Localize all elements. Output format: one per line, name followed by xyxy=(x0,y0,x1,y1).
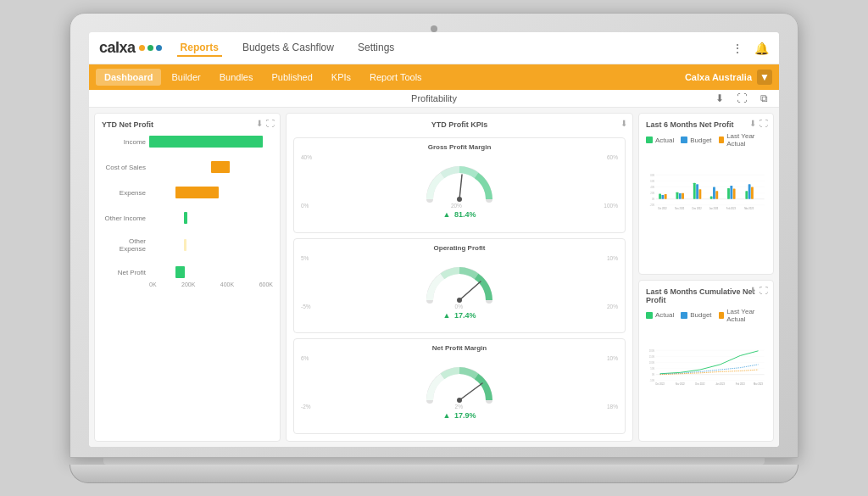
subnav-bundles[interactable]: Bundles xyxy=(211,69,262,86)
app-window: calxa Reports Budgets & Cashflow Setting… xyxy=(89,32,779,446)
kpi-op-label-20: 20% xyxy=(607,304,618,309)
kpi-net-margin-gauge xyxy=(301,363,618,404)
kpi-download-icon[interactable]: ⬇ xyxy=(620,119,627,128)
cumulative-download-icon[interactable]: ⬇ xyxy=(749,286,756,295)
svg-line-40 xyxy=(459,383,482,400)
cumulative-expand-icon[interactable]: ⛶ xyxy=(760,286,768,295)
ytd-bar-chart: Income Cost of Sales xyxy=(102,136,273,287)
cumulative-title: Last 6 Months Cumulative Net Profit xyxy=(646,287,766,304)
legend-label-budget: Budget xyxy=(690,137,711,144)
org-dropdown-icon[interactable]: ▼ xyxy=(757,70,772,85)
svg-line-38 xyxy=(459,281,481,300)
logo-dot-1 xyxy=(139,45,145,51)
bar-track-cos xyxy=(149,161,273,173)
svg-text:40K: 40K xyxy=(650,186,654,189)
kpi-operating-gauge xyxy=(301,263,618,304)
kpi-net-margin-arrow: ▲ xyxy=(443,411,451,420)
cum-legend-dot-actual xyxy=(646,312,653,319)
x-axis: 0K 200K 400K 600K xyxy=(102,281,273,287)
subnav-kpis[interactable]: KPIs xyxy=(323,69,359,86)
kpi-gross-arrow: ▲ xyxy=(443,210,451,219)
ytd-widget-actions: ⬇ ⛶ xyxy=(256,119,275,128)
kpi-op-label-5: 5% xyxy=(301,255,309,261)
subnav-report-tools[interactable]: Report Tools xyxy=(361,69,431,86)
logo-text: calxa xyxy=(99,39,136,57)
cum-legend-label-budget: Budget xyxy=(690,311,711,319)
screen: calxa Reports Budgets & Cashflow Setting… xyxy=(89,32,779,446)
svg-text:Nov 2022: Nov 2022 xyxy=(676,382,686,386)
svg-rect-29 xyxy=(751,187,754,199)
legend-label-actual: Actual xyxy=(655,137,674,144)
kpi-net-margin-title: Net Profit Margin xyxy=(301,344,618,352)
laptop-hinge xyxy=(103,458,765,465)
cumulative-chart-svg: 200K 150K 100K 50K 0K -50K xyxy=(646,326,766,407)
x-label-0: 0K xyxy=(149,281,157,287)
nav-budgets[interactable]: Budgets & Cashflow xyxy=(239,40,337,57)
net-profit-legend: Actual Budget Last Year Actual xyxy=(646,132,766,148)
subnav-builder[interactable]: Builder xyxy=(163,69,209,86)
bar-fill-expense xyxy=(175,187,219,198)
bar-row-income: Income xyxy=(102,136,273,148)
svg-rect-27 xyxy=(745,192,748,199)
bar-track-other-expense xyxy=(149,239,273,251)
bar-fill-net-profit xyxy=(175,266,186,278)
legend-last-year: Last Year Actual xyxy=(719,132,766,148)
kpi-widget-title: YTD Profit KPIs xyxy=(293,120,626,129)
bar-track-other-income xyxy=(149,212,273,224)
cumulative-widget: Last 6 Months Cumulative Net Profit ⬇ ⛶ … xyxy=(638,280,774,442)
svg-rect-19 xyxy=(696,185,698,200)
bar-fill-cos xyxy=(211,161,230,173)
copy-report-icon[interactable]: ⧉ xyxy=(755,90,772,107)
kpi-npm-label-10: 10% xyxy=(607,355,618,361)
net-profit-6months-widget: Last 6 Months Net Profit ⬇ ⛶ Actual xyxy=(638,113,774,275)
gauge-svg-gross xyxy=(421,162,498,203)
svg-rect-13 xyxy=(661,195,664,199)
svg-rect-21 xyxy=(710,197,713,199)
cum-legend-budget: Budget xyxy=(681,308,711,323)
svg-rect-16 xyxy=(679,193,682,199)
subnav-published[interactable]: Published xyxy=(263,69,320,86)
bar-label-net-profit: Net Profit xyxy=(102,269,146,276)
kpi-gross-profit-card: Gross Profit Margin 40% 60% xyxy=(293,137,626,232)
subnav-dashboard[interactable]: Dashboard xyxy=(96,69,161,86)
kpi-net-margin-number: 17.9% xyxy=(454,411,476,420)
svg-rect-28 xyxy=(748,185,751,200)
nav-reports[interactable]: Reports xyxy=(177,40,222,57)
kpi-op-label-10: 10% xyxy=(607,255,618,261)
kpi-op-label-neg5: -5% xyxy=(301,304,311,309)
more-icon[interactable]: ⋮ xyxy=(730,41,745,56)
legend-dot-last-year xyxy=(719,137,725,143)
svg-rect-15 xyxy=(676,192,679,199)
svg-text:Dec 2022: Dec 2022 xyxy=(693,207,703,210)
download-report-icon[interactable]: ⬇ xyxy=(711,90,728,107)
bar-label-cos: Cost of Sales xyxy=(102,164,146,171)
sub-nav-right: Calxa Australia ▼ xyxy=(685,70,772,85)
net-profit-download-icon[interactable]: ⬇ xyxy=(749,119,756,128)
x-label-600: 600K xyxy=(259,281,273,287)
legend-label-last-year: Last Year Actual xyxy=(726,132,766,148)
bar-row-expense: Expense xyxy=(102,187,273,198)
svg-point-37 xyxy=(457,197,462,202)
svg-text:Feb 2023: Feb 2023 xyxy=(726,207,737,210)
bell-icon[interactable]: 🔔 xyxy=(754,41,769,56)
kpi-gross-profit-title: Gross Profit Margin xyxy=(301,143,618,151)
kpi-npm-label-6: 6% xyxy=(301,355,309,361)
kpi-gross-value: ▲ 81.4% xyxy=(301,210,618,219)
laptop-base xyxy=(70,465,798,483)
ytd-download-icon[interactable]: ⬇ xyxy=(256,119,263,128)
logo-dot-2 xyxy=(147,45,153,51)
svg-text:200K: 200K xyxy=(649,349,655,353)
nav-settings[interactable]: Settings xyxy=(354,40,398,57)
svg-text:-50K: -50K xyxy=(649,379,654,382)
ytd-expand-icon[interactable]: ⛶ xyxy=(266,119,275,128)
kpi-npm-label-neg2: -2% xyxy=(301,404,311,410)
svg-text:Mar 2023: Mar 2023 xyxy=(744,207,754,210)
bar-fill-other-expense xyxy=(184,239,186,251)
net-profit-title: Last 6 Months Net Profit xyxy=(646,120,766,129)
svg-text:100K: 100K xyxy=(649,361,655,365)
svg-text:Jan 2023: Jan 2023 xyxy=(715,382,725,386)
net-profit-expand-icon[interactable]: ⛶ xyxy=(760,119,768,128)
bar-fill-income xyxy=(149,136,263,148)
gauge-svg-net-margin xyxy=(421,363,498,404)
expand-report-icon[interactable]: ⛶ xyxy=(733,90,750,107)
